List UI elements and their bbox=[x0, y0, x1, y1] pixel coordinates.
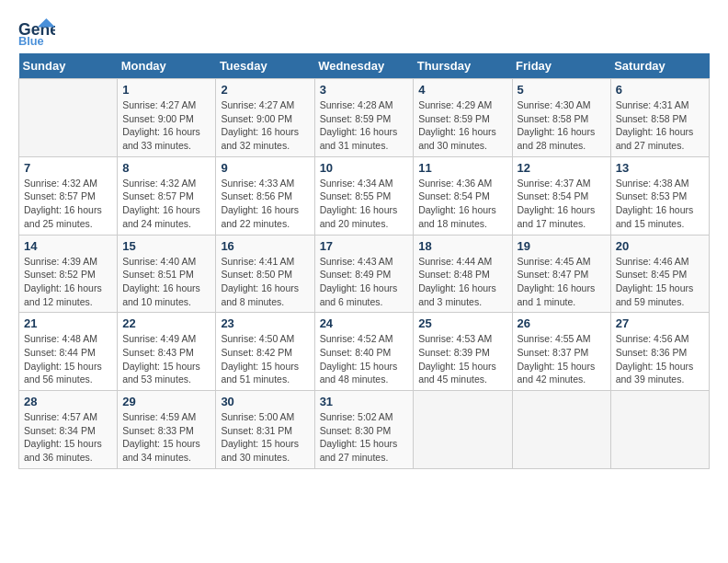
calendar-cell: 26Sunrise: 4:55 AMSunset: 8:37 PMDayligh… bbox=[512, 313, 610, 391]
day-number: 15 bbox=[122, 239, 210, 253]
day-number: 8 bbox=[122, 161, 210, 175]
day-info: Sunrise: 4:27 AMSunset: 9:00 PMDaylight:… bbox=[122, 98, 210, 153]
calendar-cell: 18Sunrise: 4:44 AMSunset: 8:48 PMDayligh… bbox=[414, 235, 512, 313]
calendar-cell: 2Sunrise: 4:27 AMSunset: 9:00 PMDaylight… bbox=[216, 79, 314, 157]
page-header: General Blue bbox=[18, 18, 710, 48]
logo: General Blue bbox=[18, 18, 55, 48]
day-info: Sunrise: 4:38 AMSunset: 8:53 PMDaylight:… bbox=[616, 177, 704, 231]
calendar-cell: 25Sunrise: 4:53 AMSunset: 8:39 PMDayligh… bbox=[414, 313, 512, 391]
calendar-header-row: SundayMondayTuesdayWednesdayThursdayFrid… bbox=[19, 53, 710, 79]
calendar-cell: 13Sunrise: 4:38 AMSunset: 8:53 PMDayligh… bbox=[610, 156, 709, 235]
calendar-cell: 29Sunrise: 4:59 AMSunset: 8:33 PMDayligh… bbox=[118, 391, 216, 469]
calendar-week-row: 7Sunrise: 4:32 AMSunset: 8:57 PMDaylight… bbox=[19, 156, 710, 235]
calendar-table: SundayMondayTuesdayWednesdayThursdayFrid… bbox=[18, 53, 710, 469]
day-info: Sunrise: 4:45 AMSunset: 8:47 PMDaylight:… bbox=[518, 255, 606, 309]
day-number: 9 bbox=[221, 161, 309, 175]
calendar-cell: 22Sunrise: 4:49 AMSunset: 8:43 PMDayligh… bbox=[118, 313, 216, 391]
calendar-cell: 21Sunrise: 4:48 AMSunset: 8:44 PMDayligh… bbox=[19, 313, 118, 391]
calendar-cell bbox=[512, 391, 610, 469]
day-info: Sunrise: 4:44 AMSunset: 8:48 PMDaylight:… bbox=[418, 255, 506, 309]
day-number: 13 bbox=[616, 161, 704, 175]
day-number: 16 bbox=[221, 239, 309, 253]
day-number: 20 bbox=[616, 239, 704, 253]
calendar-cell: 17Sunrise: 4:43 AMSunset: 8:49 PMDayligh… bbox=[314, 235, 414, 313]
weekday-header: Sunday bbox=[19, 53, 118, 79]
day-info: Sunrise: 4:49 AMSunset: 8:43 PMDaylight:… bbox=[122, 332, 210, 386]
day-info: Sunrise: 4:40 AMSunset: 8:51 PMDaylight:… bbox=[122, 255, 210, 309]
calendar-cell: 28Sunrise: 4:57 AMSunset: 8:34 PMDayligh… bbox=[19, 391, 118, 469]
calendar-cell: 5Sunrise: 4:30 AMSunset: 8:58 PMDaylight… bbox=[512, 79, 610, 157]
day-number: 18 bbox=[418, 239, 506, 253]
day-info: Sunrise: 4:32 AMSunset: 8:57 PMDaylight:… bbox=[122, 177, 210, 231]
weekday-header: Friday bbox=[512, 53, 610, 79]
calendar-cell: 4Sunrise: 4:29 AMSunset: 8:59 PMDaylight… bbox=[414, 79, 512, 157]
day-info: Sunrise: 4:59 AMSunset: 8:33 PMDaylight:… bbox=[122, 410, 210, 465]
day-info: Sunrise: 5:02 AMSunset: 8:30 PMDaylight:… bbox=[320, 410, 409, 465]
day-info: Sunrise: 4:37 AMSunset: 8:54 PMDaylight:… bbox=[518, 177, 606, 231]
day-info: Sunrise: 4:30 AMSunset: 8:58 PMDaylight:… bbox=[518, 98, 606, 153]
day-info: Sunrise: 4:32 AMSunset: 8:57 PMDaylight:… bbox=[24, 177, 112, 231]
calendar-cell: 3Sunrise: 4:28 AMSunset: 8:59 PMDaylight… bbox=[314, 79, 414, 157]
weekday-header: Thursday bbox=[414, 53, 512, 79]
calendar-cell: 15Sunrise: 4:40 AMSunset: 8:51 PMDayligh… bbox=[118, 235, 216, 313]
day-number: 19 bbox=[518, 239, 606, 253]
calendar-cell bbox=[610, 391, 709, 469]
logo-icon: General Blue bbox=[18, 18, 55, 48]
day-number: 6 bbox=[616, 83, 704, 97]
day-info: Sunrise: 4:43 AMSunset: 8:49 PMDaylight:… bbox=[320, 255, 409, 309]
day-number: 29 bbox=[122, 395, 210, 408]
weekday-header: Tuesday bbox=[216, 53, 314, 79]
day-info: Sunrise: 4:57 AMSunset: 8:34 PMDaylight:… bbox=[24, 410, 112, 465]
svg-text:Blue: Blue bbox=[18, 34, 44, 48]
calendar-cell: 31Sunrise: 5:02 AMSunset: 8:30 PMDayligh… bbox=[314, 391, 414, 469]
calendar-cell: 9Sunrise: 4:33 AMSunset: 8:56 PMDaylight… bbox=[216, 156, 314, 235]
day-info: Sunrise: 4:29 AMSunset: 8:59 PMDaylight:… bbox=[418, 98, 506, 153]
calendar-cell: 23Sunrise: 4:50 AMSunset: 8:42 PMDayligh… bbox=[216, 313, 314, 391]
calendar-week-row: 14Sunrise: 4:39 AMSunset: 8:52 PMDayligh… bbox=[19, 235, 710, 313]
calendar-cell: 20Sunrise: 4:46 AMSunset: 8:45 PMDayligh… bbox=[610, 235, 709, 313]
day-info: Sunrise: 4:55 AMSunset: 8:37 PMDaylight:… bbox=[518, 332, 606, 386]
day-number: 26 bbox=[518, 316, 606, 330]
day-info: Sunrise: 4:41 AMSunset: 8:50 PMDaylight:… bbox=[221, 255, 309, 309]
day-number: 21 bbox=[24, 316, 112, 330]
day-number: 24 bbox=[320, 316, 409, 330]
day-info: Sunrise: 4:34 AMSunset: 8:55 PMDaylight:… bbox=[320, 177, 409, 231]
calendar-cell: 30Sunrise: 5:00 AMSunset: 8:31 PMDayligh… bbox=[216, 391, 314, 469]
calendar-cell bbox=[414, 391, 512, 469]
day-info: Sunrise: 4:56 AMSunset: 8:36 PMDaylight:… bbox=[616, 332, 704, 386]
weekday-header: Wednesday bbox=[314, 53, 414, 79]
day-number: 25 bbox=[418, 316, 506, 330]
day-number: 2 bbox=[221, 83, 309, 97]
day-info: Sunrise: 4:50 AMSunset: 8:42 PMDaylight:… bbox=[221, 332, 309, 386]
day-number: 11 bbox=[418, 161, 506, 175]
day-number: 5 bbox=[518, 83, 606, 97]
day-number: 17 bbox=[320, 239, 409, 253]
day-number: 7 bbox=[24, 161, 112, 175]
calendar-cell: 10Sunrise: 4:34 AMSunset: 8:55 PMDayligh… bbox=[314, 156, 414, 235]
day-info: Sunrise: 4:39 AMSunset: 8:52 PMDaylight:… bbox=[24, 255, 112, 309]
day-number: 23 bbox=[221, 316, 309, 330]
calendar-cell: 19Sunrise: 4:45 AMSunset: 8:47 PMDayligh… bbox=[512, 235, 610, 313]
calendar-cell: 1Sunrise: 4:27 AMSunset: 9:00 PMDaylight… bbox=[118, 79, 216, 157]
calendar-cell: 12Sunrise: 4:37 AMSunset: 8:54 PMDayligh… bbox=[512, 156, 610, 235]
day-number: 4 bbox=[418, 83, 506, 97]
day-info: Sunrise: 4:36 AMSunset: 8:54 PMDaylight:… bbox=[418, 177, 506, 231]
day-info: Sunrise: 4:48 AMSunset: 8:44 PMDaylight:… bbox=[24, 332, 112, 386]
weekday-header: Monday bbox=[118, 53, 216, 79]
day-info: Sunrise: 4:52 AMSunset: 8:40 PMDaylight:… bbox=[320, 332, 409, 386]
calendar-cell: 6Sunrise: 4:31 AMSunset: 8:58 PMDaylight… bbox=[610, 79, 709, 157]
calendar-cell bbox=[19, 79, 118, 157]
day-info: Sunrise: 4:53 AMSunset: 8:39 PMDaylight:… bbox=[418, 332, 506, 386]
day-number: 30 bbox=[221, 395, 309, 408]
day-number: 28 bbox=[24, 395, 112, 408]
calendar-cell: 7Sunrise: 4:32 AMSunset: 8:57 PMDaylight… bbox=[19, 156, 118, 235]
calendar-cell: 24Sunrise: 4:52 AMSunset: 8:40 PMDayligh… bbox=[314, 313, 414, 391]
day-info: Sunrise: 4:46 AMSunset: 8:45 PMDaylight:… bbox=[616, 255, 704, 309]
day-number: 3 bbox=[320, 83, 409, 97]
weekday-header: Saturday bbox=[610, 53, 709, 79]
day-number: 14 bbox=[24, 239, 112, 253]
calendar-week-row: 21Sunrise: 4:48 AMSunset: 8:44 PMDayligh… bbox=[19, 313, 710, 391]
day-info: Sunrise: 4:31 AMSunset: 8:58 PMDaylight:… bbox=[616, 98, 704, 153]
day-number: 31 bbox=[320, 395, 409, 408]
calendar-cell: 8Sunrise: 4:32 AMSunset: 8:57 PMDaylight… bbox=[118, 156, 216, 235]
